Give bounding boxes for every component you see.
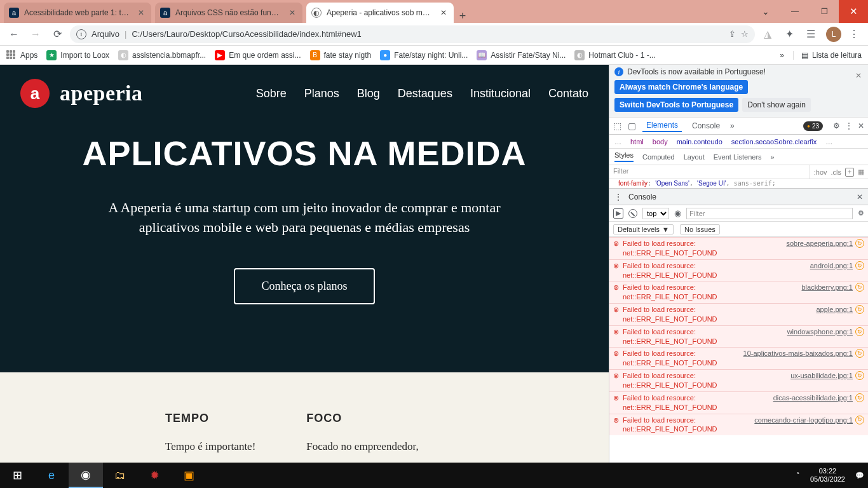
hov-toggle[interactable]: :hov — [814, 168, 827, 176]
extension-icon[interactable]: ◮ — [759, 25, 776, 43]
live-expression-icon[interactable]: ◉ — [674, 208, 681, 218]
forward-button[interactable]: → — [27, 25, 44, 43]
reload-button[interactable]: ⟳ — [48, 25, 66, 43]
reading-list-button[interactable]: ▤ Lista de leitura — [793, 51, 862, 60]
console-error[interactable]: ⊗Failed to load resource:net::ERR_FILE_N… — [609, 414, 868, 436]
error-source-link[interactable]: 10-aplicativos-mais-baixados.png:1 — [743, 349, 853, 358]
console-error[interactable]: ⊗Failed to load resource:net::ERR_FILE_N… — [609, 325, 868, 348]
console-drawer-close-icon[interactable]: ✕ — [857, 193, 863, 201]
ie-icon[interactable]: e — [34, 463, 69, 488]
new-rule-button[interactable]: + — [845, 168, 854, 177]
explorer-taskbar-icon[interactable]: 🗂 — [103, 463, 137, 488]
devtools-menu-icon[interactable]: ⋮ — [845, 121, 853, 130]
banner-dontshow-button[interactable]: Don't show again — [742, 98, 811, 112]
nav-planos[interactable]: Planos — [304, 87, 339, 100]
error-source-link[interactable]: sobre-apeperia.png:1 — [786, 239, 853, 248]
console-error[interactable]: ⊗Failed to load resource:net::ERR_FILE_N… — [609, 369, 868, 391]
bookmark-item[interactable]: ▶Em que ordem assi... — [215, 50, 301, 60]
settings-gear-icon[interactable]: ⚙ — [833, 121, 840, 130]
console-error[interactable]: ⊗Failed to load resource:net::ERR_FILE_N… — [609, 237, 868, 259]
console-error[interactable]: ⊗Failed to load resource:net::ERR_FILE_N… — [609, 259, 868, 281]
subtab-styles[interactable]: Styles — [614, 151, 634, 162]
console-settings-icon[interactable]: ⚙ — [858, 209, 864, 217]
browser-tab-1[interactable]: a Acessibilidade web parte 1: torna ✕ — [4, 3, 151, 23]
error-source-link[interactable]: ux-usabilidade.jpg:1 — [790, 371, 853, 381]
bookmark-item[interactable]: ★Import to Loox — [46, 50, 109, 60]
context-select[interactable]: top — [642, 208, 669, 219]
console-error[interactable]: ⊗Failed to load resource:net::ERR_FILE_N… — [609, 281, 868, 303]
browser-tab-2[interactable]: a Arquivos CSS não estão funciona ✕ — [155, 3, 302, 23]
subtab-computed[interactable]: Computed — [642, 153, 675, 161]
browser-tab-3[interactable]: ◐ Apeperia - aplicativos sob medid ✕ — [306, 3, 454, 23]
issues-button[interactable]: No Issues — [680, 224, 720, 234]
nav-institucional[interactable]: Institucional — [470, 87, 531, 100]
bookmark-item[interactable]: Bfate stay nigth — [310, 50, 372, 60]
console-error[interactable]: ⊗Failed to load resource:net::ERR_FILE_N… — [609, 391, 868, 414]
nav-sobre[interactable]: Sobre — [256, 87, 287, 100]
window-close[interactable]: ✕ — [839, 0, 868, 23]
chrome-menu-button[interactable]: ⋮ — [845, 25, 863, 43]
error-source-link[interactable]: windowsphone.png:1 — [787, 327, 853, 337]
device-toggle-icon[interactable]: ▢ — [628, 121, 636, 131]
apps-button[interactable]: Apps — [6, 50, 37, 60]
taskbar-clock[interactable]: 03:22 05/03/2022 — [804, 467, 851, 484]
error-source-link[interactable]: dicas-acessibilidade.jpg:1 — [773, 393, 853, 403]
nav-destaques[interactable]: Destaques — [398, 87, 452, 100]
subtab-layout[interactable]: Layout — [684, 153, 705, 161]
console-play-icon[interactable]: ▶ — [613, 208, 623, 219]
console-filter-input[interactable]: Filter — [686, 208, 853, 219]
inspect-icon[interactable]: ⬚ — [613, 121, 621, 131]
banner-always-match-button[interactable]: Always match Chrome's language — [614, 80, 748, 94]
profile-avatar[interactable]: L — [826, 27, 841, 42]
cta-button[interactable]: Conheça os planos — [234, 268, 376, 304]
computed-box-icon[interactable]: ▦ — [858, 168, 864, 176]
nav-blog[interactable]: Blog — [357, 87, 380, 100]
issues-badge[interactable]: 23 — [803, 121, 823, 131]
bookmark-item[interactable]: ◐assistencia.bbmapfr... — [118, 50, 206, 60]
error-source-link[interactable]: comecando-criar-logotipo.png:1 — [754, 416, 853, 425]
subtabs-overflow[interactable]: » — [771, 153, 775, 161]
tray-chevron-icon[interactable]: ˄ — [792, 471, 804, 480]
window-chevron[interactable]: ⌄ — [751, 0, 780, 23]
styles-filter-input[interactable]: Filter — [609, 165, 810, 179]
omnibox[interactable]: i Arquivo | C:/Users/Lauro/Desktop/Curso… — [70, 25, 755, 43]
error-source-link[interactable]: blackberry.png:1 — [801, 283, 853, 292]
close-icon[interactable]: ✕ — [438, 8, 449, 17]
bookmark-item[interactable]: ◐Hotmart Club - 1 -... — [574, 50, 655, 60]
reading-list-icon[interactable]: ☰ — [802, 25, 820, 43]
window-minimize[interactable]: — — [780, 0, 810, 23]
levels-dropdown[interactable]: Default levels ▼ — [613, 224, 674, 234]
app-taskbar-icon[interactable]: ✹ — [137, 463, 172, 488]
back-button[interactable]: ← — [5, 25, 23, 43]
console-menu-icon[interactable]: ⋮ — [614, 193, 622, 201]
nav-contato[interactable]: Contato — [548, 87, 588, 100]
start-button[interactable]: ⊞ — [0, 463, 34, 488]
bookmark-item[interactable]: ●Fate/stay night: Unli... — [380, 50, 468, 60]
tab-elements[interactable]: Elements — [642, 119, 682, 132]
error-source-link[interactable]: apple.png:1 — [817, 305, 853, 315]
new-tab-button[interactable]: + — [454, 10, 471, 23]
window-maximize[interactable]: ❐ — [810, 0, 839, 23]
site-info-icon[interactable]: i — [76, 29, 86, 39]
cls-toggle[interactable]: .cls — [831, 168, 842, 176]
dom-breadcrumb[interactable]: … html body main.conteudo section.secaoS… — [609, 135, 868, 149]
share-icon[interactable]: ⇪ — [729, 29, 736, 39]
bookmarks-overflow[interactable]: » — [780, 51, 784, 60]
console-error[interactable]: ⊗Failed to load resource:net::ERR_FILE_N… — [609, 303, 868, 325]
error-source-link[interactable]: android.png:1 — [810, 261, 853, 271]
sublime-taskbar-icon[interactable]: ▣ — [172, 463, 206, 488]
bookmark-item[interactable]: 📖Assistir Fate/Stay Ni... — [477, 50, 566, 60]
chrome-taskbar-icon[interactable]: ◉ — [69, 463, 103, 488]
devtools-close-icon[interactable]: ✕ — [858, 121, 864, 130]
tabs-overflow[interactable]: » — [730, 121, 735, 130]
close-icon[interactable]: ✕ — [287, 8, 297, 17]
console-clear-icon[interactable] — [628, 209, 637, 218]
bookmark-star-icon[interactable]: ☆ — [741, 29, 749, 39]
tab-console[interactable]: Console — [688, 120, 724, 132]
close-icon[interactable]: ✕ — [136, 8, 146, 17]
banner-switch-button[interactable]: Switch DevTools to Portuguese — [614, 98, 738, 112]
console-error[interactable]: ⊗Failed to load resource:net::ERR_FILE_N… — [609, 347, 868, 369]
extensions-puzzle-icon[interactable]: ✦ — [780, 25, 798, 43]
subtab-listeners[interactable]: Event Listeners — [714, 153, 762, 161]
banner-close-icon[interactable]: ✕ — [855, 71, 862, 80]
